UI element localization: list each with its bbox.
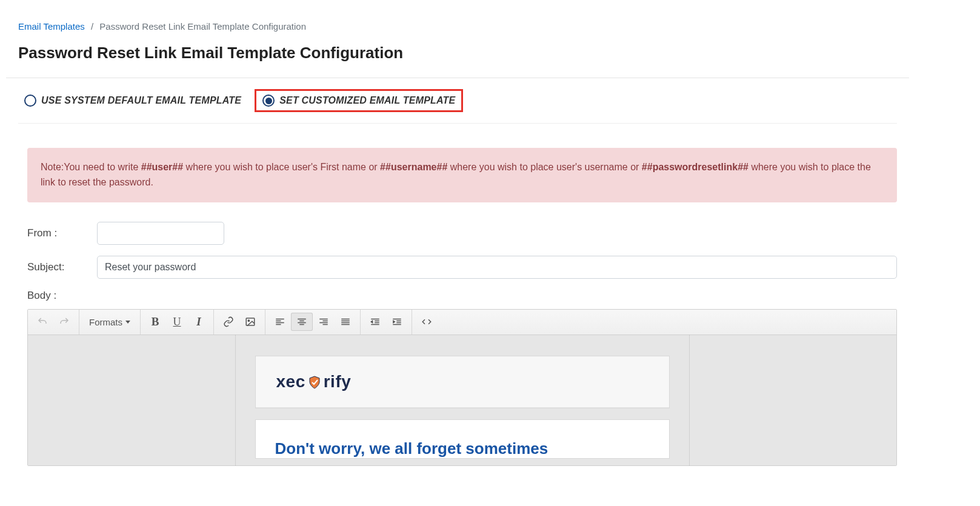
note-seg2: where you wish to place user's First nam… <box>183 162 380 172</box>
breadcrumb-separator: / <box>91 21 93 32</box>
rich-text-editor: Formats B U I <box>27 309 897 466</box>
note-box: Note:You need to write ##user## where yo… <box>27 148 897 202</box>
undo-button[interactable] <box>32 313 53 331</box>
breadcrumb: Email Templates / Password Reset Link Em… <box>18 21 897 32</box>
note-prefix: Note: <box>41 162 64 172</box>
outdent-icon <box>370 316 381 327</box>
undo-icon <box>37 316 48 327</box>
align-center-button[interactable] <box>291 313 313 331</box>
logo-text-left: xec <box>276 372 305 391</box>
align-left-button[interactable] <box>269 313 291 331</box>
note-seg3: where you wish to place user's username … <box>447 162 642 172</box>
note-token-username: ##username## <box>380 162 447 172</box>
formats-label: Formats <box>89 317 122 327</box>
note-token-user: ##user## <box>141 162 183 172</box>
editor-toolbar: Formats B U I <box>28 310 896 335</box>
breadcrumb-current: Password Reset Link Email Template Confi… <box>99 21 306 32</box>
email-header-bar: xec rify <box>256 356 669 408</box>
email-body-heading: Don't worry, we all forget sometimes <box>275 439 650 458</box>
breadcrumb-link-email-templates[interactable]: Email Templates <box>18 21 85 32</box>
input-subject[interactable] <box>97 256 897 279</box>
formats-dropdown[interactable]: Formats <box>83 313 136 331</box>
align-justify-button[interactable] <box>335 313 356 331</box>
form-row-subject: Subject: <box>27 256 897 279</box>
source-code-button[interactable] <box>416 313 438 331</box>
label-subject: Subject: <box>27 261 97 273</box>
align-center-icon <box>296 316 307 327</box>
form-row-from: From : <box>27 222 897 245</box>
radio-label-default: USE SYSTEM DEFAULT EMAIL TEMPLATE <box>41 95 241 106</box>
input-from[interactable] <box>97 222 224 245</box>
page-title: Password Reset Link Email Template Confi… <box>18 44 897 62</box>
underline-button[interactable]: U <box>166 313 188 331</box>
image-icon <box>245 316 256 327</box>
radio-option-default-template[interactable]: USE SYSTEM DEFAULT EMAIL TEMPLATE <box>24 95 241 107</box>
email-card-header: xec rify <box>255 356 670 408</box>
link-icon <box>223 316 234 327</box>
template-options-row: USE SYSTEM DEFAULT EMAIL TEMPLATE SET CU… <box>18 78 897 124</box>
logo-text-right: rify <box>324 372 352 391</box>
align-justify-icon <box>340 316 351 327</box>
chevron-down-icon <box>125 321 130 324</box>
redo-button[interactable] <box>53 313 75 331</box>
italic-button[interactable]: I <box>188 313 210 331</box>
align-right-icon <box>318 316 329 327</box>
svg-point-1 <box>248 320 249 321</box>
code-icon <box>421 316 432 327</box>
logo: xec rify <box>276 372 352 391</box>
radio-icon <box>24 95 36 107</box>
redo-icon <box>59 316 70 327</box>
bold-button[interactable]: B <box>144 313 166 331</box>
note-token-resetlink: ##passwordresetlink## <box>642 162 748 172</box>
shield-icon <box>307 375 322 389</box>
link-button[interactable] <box>218 313 239 331</box>
radio-label-custom: SET CUSTOMIZED EMAIL TEMPLATE <box>279 95 455 106</box>
label-body: Body : <box>27 290 897 302</box>
align-left-icon <box>275 316 285 327</box>
outdent-button[interactable] <box>364 313 386 331</box>
email-card-content: Don't worry, we all forget sometimes <box>255 419 670 459</box>
indent-button[interactable] <box>386 313 408 331</box>
note-seg1: You need to write <box>64 162 141 172</box>
image-button[interactable] <box>239 313 261 331</box>
label-from: From : <box>27 227 97 239</box>
radio-icon-selected <box>262 95 275 107</box>
align-right-button[interactable] <box>313 313 335 331</box>
radio-option-custom-template[interactable]: SET CUSTOMIZED EMAIL TEMPLATE <box>255 89 463 112</box>
email-preview-canvas: xec rify Don't worry, we all forget some… <box>235 335 690 465</box>
indent-icon <box>392 316 402 327</box>
editor-body[interactable]: xec rify Don't worry, we all forget some… <box>28 335 896 465</box>
